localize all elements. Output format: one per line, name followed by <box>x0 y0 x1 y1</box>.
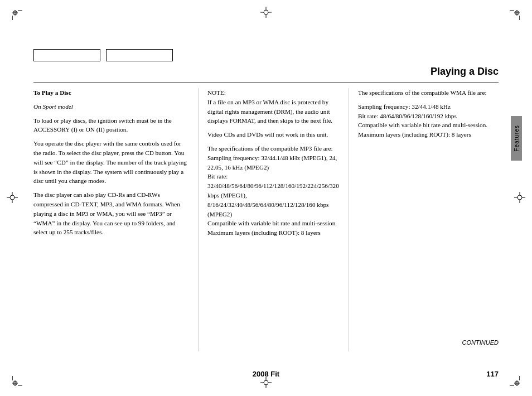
svg-point-35 <box>518 195 522 200</box>
left-subheading: On Sport model <box>33 102 187 112</box>
features-tab: Features <box>511 116 522 161</box>
features-label: Features <box>512 125 521 151</box>
left-para-2: You operate the disc player with the sam… <box>33 139 187 186</box>
svg-point-25 <box>264 380 268 385</box>
left-para-1: To load or play discs, the ignition swit… <box>33 116 187 135</box>
page-title: Playing a Disc <box>431 66 499 78</box>
mid-para-3: The specifications of the compatible MP3… <box>207 144 340 238</box>
corner-mark-tl <box>12 10 22 20</box>
mid-para-1: NOTE: If a file on an MP3 or WMA disc is… <box>207 88 340 125</box>
page: Playing a Disc To Play a Disc On Sport m… <box>0 0 532 396</box>
column-left: To Play a Disc On Sport model To load or… <box>33 88 198 351</box>
crosshair-bottom <box>260 377 272 389</box>
continued-text: CONTINUED <box>462 339 499 346</box>
corner-mark-tr <box>510 10 520 20</box>
corner-mark-br <box>510 376 520 386</box>
header-tabs <box>33 49 173 61</box>
corner-mark-bl <box>12 376 22 386</box>
svg-point-20 <box>264 10 268 15</box>
crosshair-top <box>260 7 272 19</box>
left-heading-text: To Play a Disc <box>33 89 71 96</box>
footer-center: 2008 Fit <box>253 370 279 378</box>
header-tab-1 <box>33 49 100 61</box>
footer-page-number: 117 <box>486 370 499 378</box>
footer: 2008 Fit 117 <box>33 370 499 378</box>
left-subheading-text: On Sport model <box>33 103 73 110</box>
header-tab-2 <box>106 49 173 61</box>
right-para-1: The specifications of the compatible WMA… <box>358 88 499 98</box>
crosshair-right <box>514 192 525 204</box>
svg-point-30 <box>10 195 14 200</box>
mid-para-2: Video CDs and DVDs will not work in this… <box>207 130 340 139</box>
left-para-3: The disc player can also play CD-Rs and … <box>33 190 187 237</box>
column-right: The specifications of the compatible WMA… <box>349 88 499 351</box>
column-middle: NOTE: If a file on an MP3 or WMA disc is… <box>198 88 349 351</box>
content-area: To Play a Disc On Sport model To load or… <box>33 88 499 351</box>
title-rule <box>33 83 499 83</box>
right-para-2: Sampling frequency: 32/44.1/48 kHz Bit r… <box>358 102 499 139</box>
left-heading: To Play a Disc <box>33 88 187 98</box>
crosshair-left <box>7 192 18 204</box>
